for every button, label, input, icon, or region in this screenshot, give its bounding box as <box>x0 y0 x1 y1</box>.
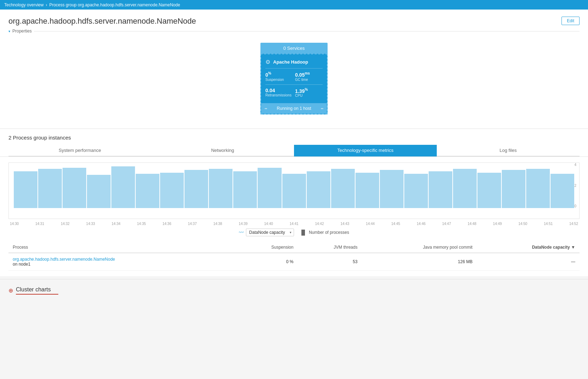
page-title: org.apache.hadoop.hdfs.server.namenode.N… <box>8 17 196 26</box>
time-label: 14:38 <box>213 222 222 226</box>
legend-processes-label: Number of processes <box>309 230 349 235</box>
pgi-section: 2 Process group instances System perform… <box>0 129 588 157</box>
cell-jvm: 53 <box>298 253 361 271</box>
y-label-0: 0 <box>574 204 576 208</box>
chart-bar <box>477 173 501 208</box>
legend-datanode: 〰 DataNode capacity ▼ <box>239 229 294 236</box>
metric-retransmissions-label: Retransmissions <box>265 93 293 97</box>
edit-button[interactable]: Edit <box>561 17 580 25</box>
footer-dots-right: •• <box>321 107 323 111</box>
legend-bars-icon: ▐▌ <box>300 230 307 235</box>
metric-retransmissions: 0.04 Retransmissions <box>265 88 293 98</box>
chart-bar <box>184 170 208 208</box>
metric-suspension: 0% Suspension <box>265 71 293 82</box>
tab-technology-specific[interactable]: Technology-specific metrics <box>294 145 437 156</box>
table-section: Process Suspension JVM threads Java memo… <box>0 242 588 276</box>
chart-bar <box>331 169 355 208</box>
cell-process: org.apache.hadoop.hdfs.server.namenode.N… <box>8 253 237 271</box>
y-label-2: 2 <box>574 184 576 188</box>
chart-bars <box>12 166 576 208</box>
time-label: 14:31 <box>35 222 44 226</box>
footer-dots-left: •• <box>265 107 267 111</box>
chart-container: 4 2 0 <box>8 162 580 219</box>
service-footer[interactable]: •• Running on 1 host •• <box>261 103 327 114</box>
cell-java-mem: 126 MB <box>362 253 477 271</box>
dropdown-wrapper[interactable]: DataNode capacity ▼ <box>246 229 294 236</box>
metric-cpu-value: 1.39% <box>295 88 323 94</box>
time-label: 14:45 <box>391 222 400 226</box>
time-label: 14:50 <box>518 222 527 226</box>
tab-system-performance[interactable]: System performance <box>8 145 151 156</box>
process-link[interactable]: org.apache.hadoop.hdfs.server.namenode.N… <box>13 257 115 262</box>
time-label: 14:32 <box>61 222 70 226</box>
time-label: 14:49 <box>493 222 502 226</box>
time-label: 14:40 <box>264 222 273 226</box>
cluster-title-underline <box>16 294 58 295</box>
chart-y-labels: 4 2 0 <box>574 163 576 208</box>
col-header-jvm: JVM threads <box>298 242 361 253</box>
metric-suspension-label: Suspension <box>265 78 293 82</box>
metric-dropdown[interactable]: DataNode capacity <box>246 229 294 236</box>
service-card-title-row: ⚙ Apache Hadoop <box>265 57 323 69</box>
chart-bar <box>453 169 477 208</box>
y-label-4: 4 <box>574 163 576 167</box>
properties-chevron-icon: ▾ <box>8 29 10 33</box>
time-label: 14:43 <box>340 222 349 226</box>
chart-bar <box>160 173 184 208</box>
properties-section[interactable]: ▾ Properties <box>8 29 580 34</box>
metric-gctime-value: 0.05ms <box>295 71 323 78</box>
time-label: 14:41 <box>289 222 298 226</box>
services-header[interactable]: 0 Services <box>260 43 328 54</box>
metric-gctime: 0.05ms GC time <box>295 71 323 82</box>
time-label: 14:42 <box>315 222 324 226</box>
cluster-add-icon: ⊕ <box>8 287 13 294</box>
chart-bar <box>307 171 330 208</box>
service-metrics-row1: 0% Suspension 0.05ms GC time <box>265 69 323 85</box>
col-header-datanode[interactable]: DataNode capacity ▼ <box>477 242 580 253</box>
service-card-inner: ⚙ Apache Hadoop 0% Suspension 0.05ms GC … <box>261 54 327 103</box>
legend-waves-icon: 〰 <box>239 230 244 235</box>
time-label: 14:51 <box>544 222 553 226</box>
col-header-java-mem: Java memory pool commit <box>362 242 477 253</box>
chart-time-labels: 14:3014:3114:3214:3314:3414:3514:3614:37… <box>8 222 580 226</box>
chart-bar <box>209 169 233 208</box>
service-card-name: Apache Hadoop <box>273 59 308 65</box>
page-header: org.apache.hadoop.hdfs.server.namenode.N… <box>8 17 580 26</box>
cell-suspension: 0 % <box>237 253 298 271</box>
chart-bar <box>38 169 62 208</box>
metric-suspension-value: 0% <box>265 71 293 78</box>
chart-bar <box>258 168 281 208</box>
chart-bar <box>233 171 257 208</box>
chart-bar <box>502 170 525 208</box>
breadcrumb-technology-overview[interactable]: Technology overview <box>4 2 43 7</box>
chart-bar <box>87 175 111 208</box>
chart-bar <box>14 171 37 208</box>
time-label: 14:52 <box>569 222 578 226</box>
legend-processes: ▐▌ Number of processes <box>300 230 349 235</box>
time-label: 14:46 <box>417 222 425 226</box>
time-label: 14:47 <box>442 222 451 226</box>
chart-bar <box>429 171 452 208</box>
time-label: 14:36 <box>163 222 171 226</box>
service-footer-text: Running on 1 host <box>277 106 311 111</box>
chart-bar <box>282 174 306 208</box>
table-header-row: Process Suspension JVM threads Java memo… <box>8 242 580 253</box>
cluster-title-row[interactable]: ⊕ Cluster charts <box>8 286 580 295</box>
time-label: 14:44 <box>366 222 375 226</box>
metric-gctime-label: GC time <box>295 78 323 82</box>
chart-bar <box>404 174 428 208</box>
cluster-section: ⊕ Cluster charts <box>0 279 588 302</box>
metric-cpu: 1.39% CPU <box>295 88 323 98</box>
service-card[interactable]: ⚙ Apache Hadoop 0% Suspension 0.05ms GC … <box>260 54 328 114</box>
col-header-suspension: Suspension <box>237 242 298 253</box>
service-settings-icon: ⚙ <box>265 59 270 65</box>
chart-legend: 〰 DataNode capacity ▼ ▐▌ Number of proce… <box>8 229 580 236</box>
time-label: 14:34 <box>112 222 120 226</box>
chart-bar <box>111 166 135 208</box>
time-label: 14:39 <box>239 222 248 226</box>
properties-label: Properties <box>12 29 32 34</box>
process-node: on node1 <box>13 262 30 267</box>
time-label: 14:33 <box>86 222 95 226</box>
tab-networking[interactable]: Networking <box>151 145 294 156</box>
tab-log-files[interactable]: Log files <box>437 145 580 156</box>
